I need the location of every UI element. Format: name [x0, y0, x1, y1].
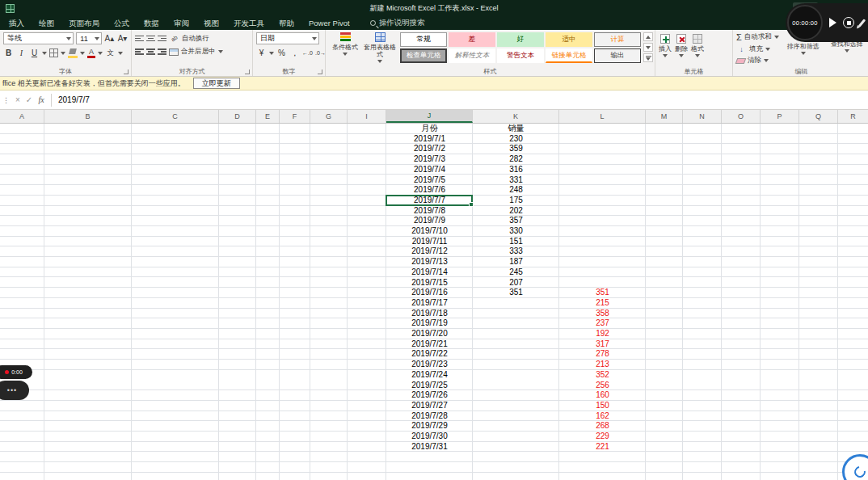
play-icon[interactable] [829, 18, 836, 27]
column-header-E[interactable]: E [256, 110, 280, 123]
cell-K13[interactable]: 333 [473, 246, 559, 257]
phonetic-guide-button[interactable]: 文 [105, 47, 116, 59]
cell-L29[interactable]: 162 [559, 411, 646, 422]
cell-L27[interactable]: 160 [559, 390, 646, 401]
comma-style-icon[interactable]: ， [289, 47, 300, 59]
update-now-button[interactable]: 立即更新 [193, 78, 240, 89]
tab-page-layout[interactable]: 页面布局 [61, 16, 107, 30]
cell-K5[interactable]: 316 [473, 165, 559, 175]
cell-K15[interactable]: 245 [473, 267, 559, 278]
font-name-combobox[interactable]: 等线 [3, 32, 74, 44]
recorder-mini-bubble[interactable]: ••• [0, 381, 29, 400]
cell-L23[interactable]: 278 [559, 349, 646, 360]
cell-K10[interactable]: 357 [473, 216, 559, 226]
formula-bar-value[interactable]: 2019/7/7 [55, 95, 90, 104]
tab-formulas[interactable]: 公式 [107, 16, 137, 30]
cell-J1[interactable]: 月份 [386, 124, 473, 134]
cell-K7[interactable]: 248 [473, 185, 559, 196]
column-header-M[interactable]: M [646, 110, 683, 123]
cell-J22[interactable]: 2019/7/21 [386, 339, 473, 350]
merge-center-button[interactable]: 合并后居中 [181, 47, 216, 57]
cell-K9[interactable]: 202 [473, 206, 559, 217]
font-size-combobox[interactable]: 11 [76, 32, 102, 44]
cell-J14[interactable]: 2019/7/13 [386, 257, 473, 267]
gallery-scroll-down-button[interactable] [643, 43, 653, 52]
cell-K12[interactable]: 151 [473, 237, 559, 247]
cell-J15[interactable]: 2019/7/14 [386, 267, 473, 278]
column-header-Q[interactable]: Q [799, 110, 838, 123]
column-header-D[interactable]: D [219, 110, 256, 123]
borders-icon[interactable] [49, 48, 58, 57]
phonetic-dropdown-icon[interactable] [118, 52, 123, 55]
cell-J3[interactable]: 2019/7/2 [386, 144, 473, 154]
column-header-L[interactable]: L [559, 110, 646, 123]
cell-J31[interactable]: 2019/7/30 [386, 432, 473, 442]
column-header-B[interactable]: B [44, 110, 132, 123]
screen-recorder-widget[interactable]: 00:00:00 [786, 3, 868, 42]
cell-J17[interactable]: 2019/7/16 [386, 288, 473, 298]
tab-review[interactable]: 审阅 [166, 16, 196, 30]
cell-J20[interactable]: 2019/7/19 [386, 318, 473, 329]
column-header-I[interactable]: I [348, 110, 386, 123]
number-format-combobox[interactable]: 日期 [256, 32, 319, 44]
italic-button[interactable]: I [16, 47, 27, 59]
cell-L25[interactable]: 352 [559, 370, 646, 381]
fill-button[interactable]: ↓ 填充 [736, 43, 779, 55]
gallery-scroll-up-button[interactable] [643, 32, 653, 41]
font-color-dropdown-icon[interactable] [98, 52, 103, 55]
cell-L22[interactable]: 317 [559, 339, 646, 350]
cell-L21[interactable]: 192 [559, 329, 646, 339]
cell-J5[interactable]: 2019/7/4 [386, 165, 473, 175]
cell-K1[interactable]: 销量 [473, 124, 559, 134]
underline-button[interactable]: U [29, 47, 40, 59]
column-header-G[interactable]: G [310, 110, 348, 123]
style-normal[interactable]: 常规 [400, 32, 447, 47]
cell-J23[interactable]: 2019/7/22 [386, 349, 473, 360]
cell-L19[interactable]: 358 [559, 309, 646, 319]
cell-J6[interactable]: 2019/7/5 [386, 175, 473, 186]
name-box-handle[interactable]: ⋮ [0, 96, 12, 104]
confirm-entry-icon[interactable]: ✓ [23, 95, 35, 104]
autosum-button[interactable]: Σ 自动求和 [736, 32, 779, 42]
style-bad[interactable]: 差 [449, 32, 495, 47]
cell-K3[interactable]: 359 [473, 144, 559, 154]
style-linked-cell[interactable]: 链接单元格 [546, 48, 592, 63]
cell-J11[interactable]: 2019/7/10 [386, 226, 473, 237]
bold-button[interactable]: B [3, 47, 14, 59]
cell-J28[interactable]: 2019/7/27 [386, 401, 473, 411]
cell-L17[interactable]: 351 [559, 288, 646, 298]
fill-color-icon[interactable] [68, 48, 78, 58]
borders-dropdown-icon[interactable] [61, 52, 65, 55]
merge-center-icon[interactable] [169, 48, 179, 56]
cell-L30[interactable]: 268 [559, 421, 646, 432]
font-color-icon[interactable]: A [87, 48, 95, 58]
gallery-more-button[interactable] [643, 53, 653, 62]
cell-J7[interactable]: 2019/7/6 [386, 185, 473, 196]
format-cells-button[interactable]: 格式 [691, 34, 704, 57]
column-header-C[interactable]: C [132, 110, 219, 123]
tab-developer[interactable]: 开发工具 [226, 16, 272, 30]
cell-J16[interactable]: 2019/7/15 [386, 278, 473, 288]
cell-L18[interactable]: 215 [559, 298, 646, 309]
cell-J13[interactable]: 2019/7/12 [386, 246, 473, 257]
cell-J25[interactable]: 2019/7/24 [386, 370, 473, 381]
cell-J32[interactable]: 2019/7/31 [386, 442, 473, 453]
tab-view[interactable]: 视图 [196, 16, 226, 30]
delete-cells-button[interactable]: 删除 [675, 34, 688, 57]
format-as-table-button[interactable]: 套用表格格式 [363, 32, 397, 63]
tab-data[interactable]: 数据 [137, 16, 166, 30]
cell-K4[interactable]: 282 [473, 154, 559, 165]
increase-decimal-icon[interactable]: ←.0 [302, 47, 313, 59]
wrap-text-button[interactable]: 自动换行 [182, 34, 209, 44]
style-good[interactable]: 好 [497, 32, 544, 47]
cell-L20[interactable]: 237 [559, 318, 646, 329]
number-dialog-launcher[interactable] [318, 69, 322, 74]
cell-J10[interactable]: 2019/7/9 [386, 216, 473, 226]
cell-L28[interactable]: 150 [559, 401, 646, 411]
accounting-format-icon[interactable]: ¥ [256, 47, 267, 59]
cell-K8[interactable]: 175 [473, 196, 559, 206]
tell-me-search[interactable]: 操作说明搜索 [370, 18, 425, 28]
align-right-icon[interactable] [158, 48, 166, 55]
column-header-R[interactable]: R [838, 110, 868, 123]
cell-J30[interactable]: 2019/7/29 [386, 421, 473, 432]
